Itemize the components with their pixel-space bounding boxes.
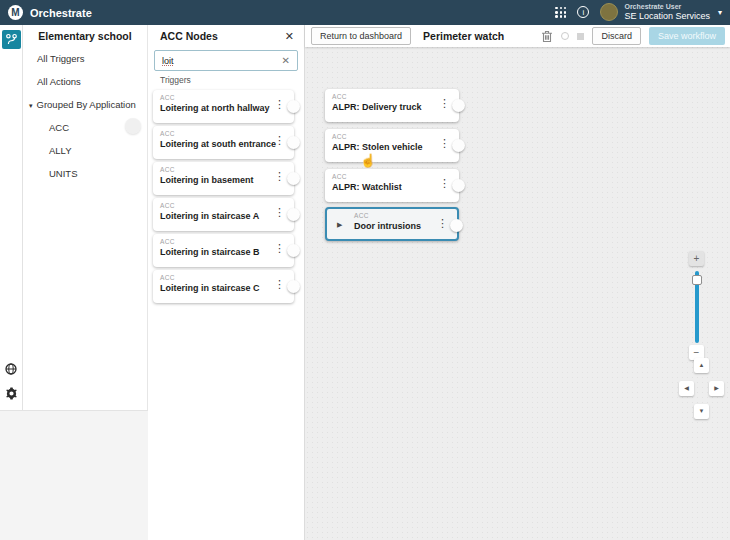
search-input[interactable] xyxy=(162,56,282,66)
kebab-menu-icon[interactable]: ⋮ xyxy=(274,171,285,182)
top-bar: M Orchestrate i Orchestrate User SE Loca… xyxy=(0,0,730,25)
zoom-slider-handle[interactable] xyxy=(692,275,702,285)
canvas-node[interactable]: ACC ALPR: Delivery truck ⋮ xyxy=(325,89,459,122)
user-org: SE Location Services xyxy=(624,11,710,21)
trigger-card[interactable]: ACC Loitering in staircase C ⋮ xyxy=(153,270,294,303)
node-title: Loitering in staircase B xyxy=(160,247,274,257)
node-app-label: ACC xyxy=(332,93,439,100)
close-icon[interactable]: ✕ xyxy=(285,30,294,43)
node-app-label: ACC xyxy=(354,212,437,219)
info-icon[interactable]: i xyxy=(577,6,589,18)
tree-item-ally[interactable]: ALLY xyxy=(23,139,147,162)
user-menu[interactable]: Orchestrate User SE Location Services ▾ xyxy=(600,3,722,21)
kebab-menu-icon[interactable]: ⋮ xyxy=(439,138,450,149)
zoom-in-button[interactable]: + xyxy=(689,251,704,266)
node-app-label: ACC xyxy=(160,166,274,173)
orchestrate-app: M Orchestrate i Orchestrate User SE Loca… xyxy=(0,0,730,540)
discard-button[interactable]: Discard xyxy=(592,27,641,45)
language-globe-icon[interactable] xyxy=(5,363,17,375)
output-connector[interactable] xyxy=(287,172,300,185)
node-app-label: ACC xyxy=(160,94,274,101)
kebab-menu-icon[interactable]: ⋮ xyxy=(274,279,285,290)
acc-nodes-panel: ACC Nodes ✕ ✕ Triggers ACC Loitering at … xyxy=(148,25,305,540)
clear-search-icon[interactable]: ✕ xyxy=(282,55,290,66)
delete-trash-icon[interactable] xyxy=(541,30,553,43)
node-search-box: ✕ xyxy=(154,50,298,71)
zoom-slider[interactable] xyxy=(695,271,699,343)
workflow-icon xyxy=(5,33,18,46)
kebab-menu-icon[interactable]: ⋮ xyxy=(274,243,285,254)
node-title: Loitering at south entrance xyxy=(160,139,274,149)
node-app-label: ACC xyxy=(160,130,274,137)
click-ripple xyxy=(125,118,141,134)
node-title: Door intrusions xyxy=(354,221,437,231)
output-connector[interactable] xyxy=(287,208,300,221)
canvas-toolbar: Return to dashboard Perimeter watch Disc… xyxy=(305,25,730,47)
tree-group-by-application[interactable]: ▾Grouped By Application xyxy=(23,93,147,116)
trigger-list: ACC Loitering at north hallway ⋮ ACC Loi… xyxy=(148,90,304,303)
site-title: Elementary school xyxy=(23,25,147,47)
workflows-nav-icon[interactable] xyxy=(2,30,21,49)
pan-up-button[interactable]: ▲ xyxy=(694,358,709,373)
kebab-menu-icon[interactable]: ⋮ xyxy=(439,98,450,109)
output-connector[interactable] xyxy=(287,280,300,293)
trigger-card[interactable]: ACC Loitering in basement ⋮ xyxy=(153,162,294,195)
section-label: Triggers xyxy=(160,75,304,85)
output-connector[interactable] xyxy=(287,244,300,257)
output-connector[interactable] xyxy=(452,179,465,192)
output-connector[interactable] xyxy=(452,139,465,152)
pan-right-button[interactable]: ▶ xyxy=(709,381,724,396)
tree-item-all-actions[interactable]: All Actions xyxy=(23,70,147,93)
kebab-menu-icon[interactable]: ⋮ xyxy=(274,99,285,110)
node-app-label: ACC xyxy=(160,274,274,281)
trigger-card[interactable]: ACC Loitering in staircase A ⋮ xyxy=(153,198,294,231)
save-workflow-button[interactable]: Save workflow xyxy=(649,27,725,45)
node-tree-panel: Elementary school All Triggers All Actio… xyxy=(23,25,148,410)
output-connector[interactable] xyxy=(287,100,300,113)
panel-title: ACC Nodes xyxy=(160,30,218,42)
avatar xyxy=(600,3,618,21)
kebab-menu-icon[interactable]: ⋮ xyxy=(274,135,285,146)
kebab-menu-icon[interactable]: ⋮ xyxy=(437,218,448,229)
canvas-node-selected[interactable]: ▶ ACC Door intrusions ⋮ xyxy=(325,207,459,241)
canvas-node[interactable]: ACC ALPR: Watchlist ⋮ xyxy=(325,169,459,202)
node-title: ALPR: Watchlist xyxy=(332,182,439,192)
trigger-card[interactable]: ACC Loitering at south entrance ⋮ xyxy=(153,126,294,159)
return-to-dashboard-button[interactable]: Return to dashboard xyxy=(311,27,411,45)
pan-left-button[interactable]: ◀ xyxy=(679,381,694,396)
output-connector[interactable] xyxy=(452,99,465,112)
output-connector[interactable] xyxy=(450,219,463,232)
icon-sidebar xyxy=(0,25,23,410)
node-title: Loitering in staircase A xyxy=(160,211,274,221)
node-title: Loitering in staircase C xyxy=(160,283,274,293)
user-name: Orchestrate User xyxy=(624,3,710,11)
node-app-label: ACC xyxy=(160,202,274,209)
tree-group-label: Grouped By Application xyxy=(37,99,136,110)
undo-icon xyxy=(561,32,569,40)
output-connector[interactable] xyxy=(287,136,300,149)
kebab-menu-icon[interactable]: ⋮ xyxy=(439,178,450,189)
tree-item-all-triggers[interactable]: All Triggers xyxy=(23,47,147,70)
canvas-node[interactable]: ACC ALPR: Stolen vehicle ⋮ xyxy=(325,129,459,162)
pan-down-button[interactable]: ▼ xyxy=(694,404,709,419)
workflow-canvas[interactable]: Return to dashboard Perimeter watch Disc… xyxy=(305,25,730,540)
trigger-card[interactable]: ACC Loitering in staircase B ⋮ xyxy=(153,234,294,267)
tree-item-acc[interactable]: ACC xyxy=(23,116,147,139)
tree-child-label: ACC xyxy=(49,122,69,133)
workflow-title: Perimeter watch xyxy=(423,30,504,42)
app-title: Orchestrate xyxy=(30,7,92,19)
node-title: Loitering at north hallway xyxy=(160,103,274,113)
motorola-logo-icon: M xyxy=(8,5,23,20)
node-title: Loitering in basement xyxy=(160,175,274,185)
trigger-card[interactable]: ACC Loitering at north hallway ⋮ xyxy=(153,90,294,123)
settings-gear-icon[interactable] xyxy=(5,387,18,400)
chevron-down-icon: ▾ xyxy=(718,8,722,17)
node-title: ALPR: Stolen vehicle xyxy=(332,142,439,152)
kebab-menu-icon[interactable]: ⋮ xyxy=(274,207,285,218)
tree-item-units[interactable]: UNITS xyxy=(23,162,147,185)
app-grid-icon[interactable] xyxy=(555,7,566,18)
node-title: ALPR: Delivery truck xyxy=(332,102,439,112)
play-icon: ▶ xyxy=(337,221,342,229)
node-app-label: ACC xyxy=(332,173,439,180)
node-app-label: ACC xyxy=(332,133,439,140)
